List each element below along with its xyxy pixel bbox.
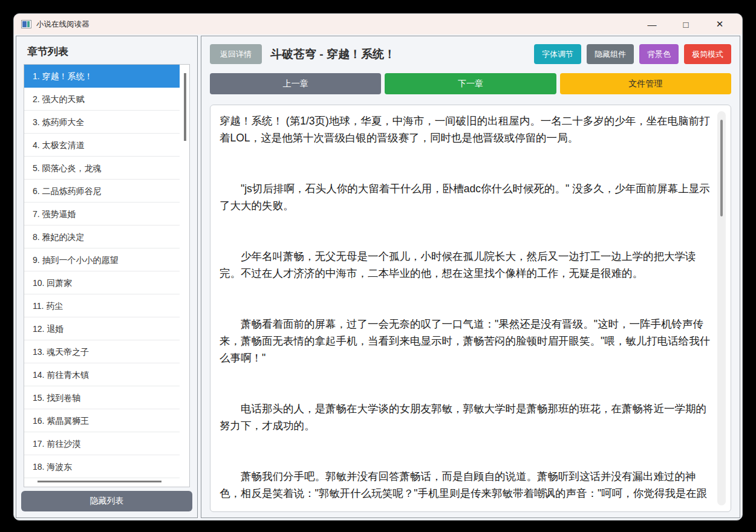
- reader-scrollbar-track[interactable]: [717, 111, 726, 505]
- chapter-item-1[interactable]: 1. 穿越！系统！: [24, 65, 180, 88]
- paragraph: 萧畅我们分手吧。郭敏并没有回答萧畅话，而是自顾自的说道。萧畅听到这话并没有漏出难…: [220, 468, 712, 504]
- titlebar: 小说在线阅读器 — □ ✕: [14, 14, 742, 34]
- chapter-sidebar: 章节列表 1. 穿越！系统！ 2. 强大的天赋 3. 炼药师大全 4. 太极玄清…: [16, 36, 198, 518]
- app-icon: [21, 20, 31, 28]
- chapter-list: 1. 穿越！系统！ 2. 强大的天赋 3. 炼药师大全 4. 太极玄清道 5. …: [24, 65, 180, 478]
- reader-pane: 返回详情 斗破苍穹 - 穿越！系统！ 字体调节 隐藏组件 背景色 极简模式 上一…: [201, 36, 740, 518]
- back-to-details-button[interactable]: 返回详情: [210, 44, 262, 64]
- font-adjust-button[interactable]: 字体调节: [534, 44, 581, 64]
- chapter-item-15[interactable]: 15. 找到卷轴: [24, 386, 180, 409]
- chapter-list-header: 章节列表: [16, 36, 197, 65]
- chapter-text: 穿越！系统！ (第1/3页)地球，华夏，中海市，一间破旧的出租屋内。一名二十多岁…: [220, 112, 712, 504]
- app-window: 小说在线阅读器 — □ ✕ 章节列表 1. 穿越！系统！ 2. 强大的天赋 3.…: [13, 13, 743, 521]
- chapter-item-3[interactable]: 3. 炼药师大全: [24, 111, 180, 134]
- chapter-item-17[interactable]: 17. 前往沙漠: [24, 432, 180, 455]
- reader-scrollbar-thumb[interactable]: [720, 120, 723, 216]
- chapter-item-5[interactable]: 5. 陨落心炎，龙魂: [24, 157, 180, 180]
- chapter-item-11[interactable]: 11. 药尘: [24, 294, 180, 317]
- reader-topbar: 返回详情 斗破苍穹 - 穿越！系统！ 字体调节 隐藏组件 背景色 极简模式: [201, 36, 740, 64]
- chapter-item-10[interactable]: 10. 回萧家: [24, 271, 180, 294]
- window-title: 小说在线阅读器: [36, 19, 90, 30]
- reader-toolbar: 字体调节 隐藏组件 背景色 极简模式: [534, 44, 731, 64]
- minimize-icon[interactable]: —: [643, 17, 661, 31]
- content-panes: 章节列表 1. 穿越！系统！ 2. 强大的天赋 3. 炼药师大全 4. 太极玄清…: [16, 36, 740, 518]
- chapter-item-13[interactable]: 13. 魂天帝之子: [24, 340, 180, 363]
- close-icon[interactable]: ✕: [711, 17, 729, 31]
- chapter-list-horizontal-scrollbar[interactable]: [37, 481, 161, 482]
- chapter-list-vertical-scrollbar[interactable]: [184, 73, 186, 141]
- paragraph: "js切后排啊，石头人你的大留着干什么用，卧槽adc你什么时候死的。" 没多久，…: [220, 180, 712, 214]
- minimal-mode-button[interactable]: 极简模式: [684, 44, 731, 64]
- file-manager-button[interactable]: 文件管理: [560, 73, 731, 94]
- book-chapter-title: 斗破苍穹 - 穿越！系统！: [270, 47, 396, 62]
- next-chapter-button[interactable]: 下一章: [385, 73, 556, 94]
- chapter-item-8[interactable]: 8. 雅妃的决定: [24, 225, 180, 248]
- hide-list-button[interactable]: 隐藏列表: [21, 491, 192, 511]
- chapter-item-7[interactable]: 7. 强势逼婚: [24, 203, 180, 225]
- chapter-nav-row: 上一章 下一章 文件管理: [210, 73, 731, 94]
- chapter-item-18[interactable]: 18. 海波东: [24, 455, 180, 478]
- paragraph: 萧畅看着面前的屏幕，过了一会无奈的叹了一口气道："果然还是没有晋级。"这时，一阵…: [220, 316, 712, 366]
- background-color-button[interactable]: 背景色: [639, 44, 679, 64]
- chapter-item-16[interactable]: 16. 紫晶翼狮王: [24, 409, 180, 432]
- paragraph: 电话那头的人，是萧畅在大学谈的女朋友郭敏，郭敏大学时是萧畅那班的班花，在萧畅将近…: [220, 400, 712, 434]
- prev-chapter-button[interactable]: 上一章: [210, 73, 381, 94]
- chapter-item-9[interactable]: 9. 抽到一个小小的愿望: [24, 248, 180, 271]
- window-controls: — □ ✕: [643, 17, 735, 31]
- paragraph: 穿越！系统！ (第1/3页)地球，华夏，中海市，一间破旧的出租屋内。一名二十多岁…: [220, 112, 712, 146]
- paragraph: 少年名叫萧畅，无父无母是一个孤儿，小时候在孤儿院长大，然后又一边打工一边上学的把…: [220, 248, 712, 282]
- chapter-item-12[interactable]: 12. 退婚: [24, 317, 180, 340]
- chapter-item-14[interactable]: 14. 前往青木镇: [24, 363, 180, 386]
- chapter-item-6[interactable]: 6. 二品炼药师谷尼: [24, 180, 180, 203]
- maximize-icon[interactable]: □: [677, 17, 695, 31]
- chapter-item-2[interactable]: 2. 强大的天赋: [24, 88, 180, 111]
- chapter-listbox: 1. 穿越！系统！ 2. 强大的天赋 3. 炼药师大全 4. 太极玄清道 5. …: [24, 64, 190, 487]
- hide-widgets-button[interactable]: 隐藏组件: [587, 44, 634, 64]
- reading-area: 穿越！系统！ (第1/3页)地球，华夏，中海市，一间破旧的出租屋内。一名二十多岁…: [210, 105, 731, 512]
- chapter-item-4[interactable]: 4. 太极玄清道: [24, 134, 180, 157]
